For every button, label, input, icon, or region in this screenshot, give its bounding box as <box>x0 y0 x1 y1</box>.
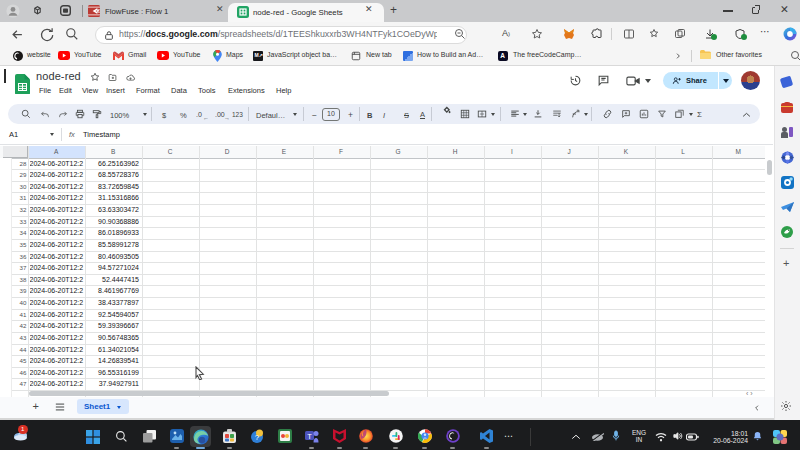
svg-text:T: T <box>307 432 312 441</box>
svg-text:?: ? <box>255 433 260 442</box>
